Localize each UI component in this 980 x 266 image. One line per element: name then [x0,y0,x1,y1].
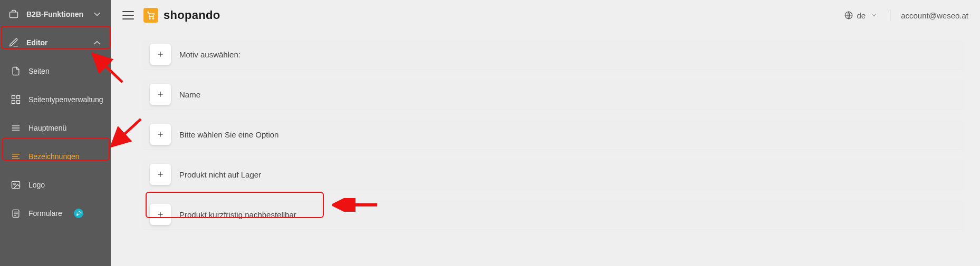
svg-point-12 [14,183,15,185]
sidebar-item-label: Logo [28,181,45,189]
list-row-label: Name [179,90,200,99]
svg-rect-4 [17,101,20,104]
grid-icon [11,94,21,105]
list-row-label: Bitte wählen Sie eine Option [179,130,278,139]
file-icon [11,66,21,76]
svg-rect-2 [17,96,20,99]
vertical-divider [890,9,890,21]
plus-icon [156,210,165,219]
plus-icon [156,130,165,139]
sidebar-section-editor-label: Editor [26,38,47,47]
chevron-down-icon [92,9,102,19]
sidebar-item-label: Seitentypenverwaltung [28,95,103,104]
list-row[interactable]: Produkt kurzfristig nachbestellbar [142,199,964,230]
sidebar-item-label: Bezeichnungen [28,152,80,161]
list-row-label: Motiv auswählen: [179,50,241,59]
plus-icon [156,50,165,58]
main-area: shopando de account@weseo.at Motiv auswä… [111,0,980,266]
list-icon [11,151,21,162]
expand-button[interactable] [150,164,171,185]
expand-button[interactable] [150,84,171,105]
rocket-badge-icon [74,209,83,218]
list-row[interactable]: Produkt nicht auf Lager [142,159,964,190]
expand-button[interactable] [150,204,171,225]
expand-button[interactable] [150,44,171,65]
plus-icon [156,90,165,98]
sidebar-item-formulare[interactable]: Formulare [0,199,111,228]
plus-icon [156,170,165,179]
sidebar-item-label: Hauptmenü [28,124,66,132]
clipboard-icon [11,208,21,219]
sidebar-section-b2b-label: B2B-Funktionen [26,10,83,18]
sidebar-item-label: Seiten [28,67,50,75]
image-icon [11,180,21,190]
sidebar: B2B-Funktionen Editor Seiten Seitentypen… [0,0,111,266]
language-selector[interactable]: de [843,11,880,20]
edit-icon [8,37,19,48]
content-list: Motiv auswählen: Name Bitte wählen Sie e… [111,31,980,240]
sidebar-item-seitentypen[interactable]: Seitentypenverwaltung [0,85,111,114]
sidebar-item-bezeichnungen[interactable]: Bezeichnungen [0,142,111,171]
list-row-label: Produkt kurzfristig nachbestellbar [179,210,296,219]
account-email[interactable]: account@weseo.at [901,11,968,20]
topbar: shopando de account@weseo.at [111,0,980,31]
svg-point-17 [149,18,150,19]
sidebar-item-logo[interactable]: Logo [0,171,111,199]
menu-icon [11,123,21,133]
svg-rect-0 [10,12,18,18]
svg-point-18 [152,18,153,19]
hamburger-button[interactable] [122,11,134,19]
sidebar-item-seiten[interactable]: Seiten [0,57,111,85]
svg-rect-11 [12,181,20,188]
sidebar-section-editor[interactable]: Editor [0,28,111,57]
list-row[interactable]: Name [142,79,964,110]
svg-rect-1 [12,96,15,99]
chevron-up-icon [92,37,102,48]
svg-rect-3 [12,101,15,104]
expand-button[interactable] [150,124,171,145]
brand: shopando [143,8,220,23]
globe-icon [843,11,854,20]
brand-name: shopando [164,8,220,22]
sidebar-item-label: Formulare [28,209,62,218]
language-code: de [857,11,866,20]
list-row-label: Produkt nicht auf Lager [179,170,261,179]
list-row[interactable]: Bitte wählen Sie eine Option [142,119,964,150]
sidebar-item-hauptmenu[interactable]: Hauptmenü [0,114,111,142]
chevron-down-icon [869,12,879,19]
list-row[interactable]: Motiv auswählen: [142,39,964,70]
brand-logo-icon [143,8,158,23]
sidebar-section-b2b[interactable]: B2B-Funktionen [0,0,111,28]
briefcase-icon [8,9,19,19]
